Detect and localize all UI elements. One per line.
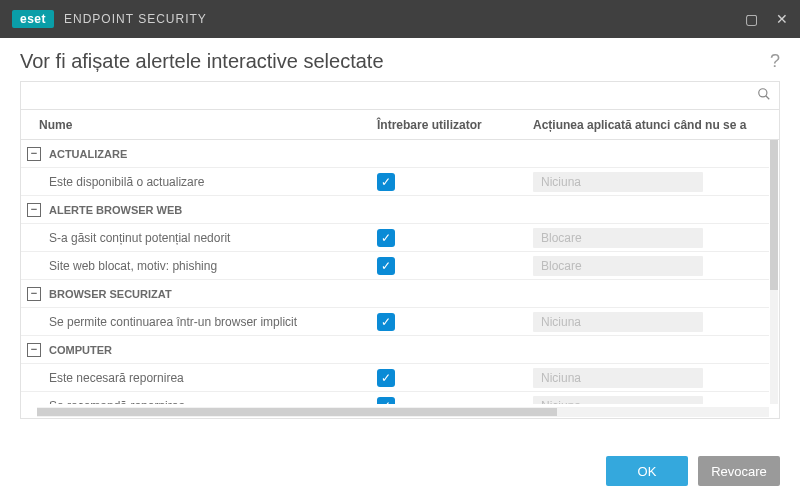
checkbox[interactable]: ✓ xyxy=(377,397,395,405)
collapse-icon[interactable]: − xyxy=(27,203,41,217)
row-ask: ✓ xyxy=(377,257,533,275)
collapse-icon[interactable]: − xyxy=(27,343,41,357)
row-ask: ✓ xyxy=(377,229,533,247)
action-value: Blocare xyxy=(533,228,703,248)
row-action: Niciuna xyxy=(533,396,769,405)
minimize-icon[interactable]: ▢ xyxy=(745,11,758,27)
search-icon[interactable] xyxy=(757,87,771,104)
action-value: Niciuna xyxy=(533,312,703,332)
checkbox[interactable]: ✓ xyxy=(377,229,395,247)
row-ask: ✓ xyxy=(377,397,533,405)
close-icon[interactable]: ✕ xyxy=(776,11,788,27)
search-input[interactable] xyxy=(29,82,757,109)
table-row: Este necesară repornirea ✓ Niciuna xyxy=(21,364,769,392)
col-name: Nume xyxy=(21,110,377,139)
ok-button[interactable]: OK xyxy=(606,456,688,486)
titlebar: eset ENDPOINT SECURITY ▢ ✕ xyxy=(0,0,800,38)
column-headers: Nume Întrebare utilizator Acțiunea aplic… xyxy=(21,110,779,140)
row-action: Niciuna xyxy=(533,312,769,332)
header: Vor fi afișate alertele interactive sele… xyxy=(0,38,800,81)
svg-point-0 xyxy=(759,89,767,97)
window-controls: ▢ ✕ xyxy=(745,11,788,27)
group-header[interactable]: −BROWSER SECURIZAT xyxy=(21,280,769,308)
row-name: Este necesară repornirea xyxy=(21,371,377,385)
group-title: BROWSER SECURIZAT xyxy=(49,288,172,300)
action-value: Niciuna xyxy=(533,396,703,405)
table-row: Se permite continuarea într-un browser i… xyxy=(21,308,769,336)
row-name: Se permite continuarea într-un browser i… xyxy=(21,315,377,329)
row-action: Niciuna xyxy=(533,172,769,192)
row-name: Site web blocat, motiv: phishing xyxy=(21,259,377,273)
row-name: S-a găsit conținut potențial nedorit xyxy=(21,231,377,245)
vertical-scroll-thumb[interactable] xyxy=(770,140,778,290)
group-title: COMPUTER xyxy=(49,344,112,356)
checkbox[interactable]: ✓ xyxy=(377,173,395,191)
checkbox[interactable]: ✓ xyxy=(377,313,395,331)
group-header[interactable]: −ALERTE BROWSER WEB xyxy=(21,196,769,224)
checkbox[interactable]: ✓ xyxy=(377,369,395,387)
collapse-icon[interactable]: − xyxy=(27,147,41,161)
checkbox[interactable]: ✓ xyxy=(377,257,395,275)
collapse-icon[interactable]: − xyxy=(27,287,41,301)
group-header[interactable]: −ACTUALIZARE xyxy=(21,140,769,168)
horizontal-scrollbar[interactable] xyxy=(37,407,769,417)
row-ask: ✓ xyxy=(377,369,533,387)
row-action: Niciuna xyxy=(533,368,769,388)
table-scroll-area: −ACTUALIZARE Este disponibilă o actualiz… xyxy=(21,140,779,418)
page-title: Vor fi afișate alertele interactive sele… xyxy=(20,50,384,73)
row-ask: ✓ xyxy=(377,173,533,191)
action-value: Niciuna xyxy=(533,172,703,192)
table-row: Este disponibilă o actualizare ✓ Niciuna xyxy=(21,168,769,196)
group-title: ALERTE BROWSER WEB xyxy=(49,204,182,216)
group-title: ACTUALIZARE xyxy=(49,148,127,160)
settings-panel: Nume Întrebare utilizator Acțiunea aplic… xyxy=(20,81,780,419)
horizontal-scroll-thumb[interactable] xyxy=(37,408,557,416)
row-action: Blocare xyxy=(533,228,769,248)
col-action: Acțiunea aplicată atunci când nu se a xyxy=(533,110,779,139)
table-row: Site web blocat, motiv: phishing ✓ Bloca… xyxy=(21,252,769,280)
help-icon[interactable]: ? xyxy=(770,51,780,72)
row-action: Blocare xyxy=(533,256,769,276)
cancel-button[interactable]: Revocare xyxy=(698,456,780,486)
row-name: Este disponibilă o actualizare xyxy=(21,175,377,189)
rows-container: −ACTUALIZARE Este disponibilă o actualiz… xyxy=(21,140,769,404)
svg-line-1 xyxy=(766,96,770,100)
row-ask: ✓ xyxy=(377,313,533,331)
row-name: Se recomandă repornirea xyxy=(21,399,377,405)
col-ask: Întrebare utilizator xyxy=(377,110,533,139)
table-row: Se recomandă repornirea ✓ Niciuna xyxy=(21,392,769,404)
group-header[interactable]: −COMPUTER xyxy=(21,336,769,364)
action-value: Blocare xyxy=(533,256,703,276)
brand-logo: eset xyxy=(12,10,54,28)
product-name: ENDPOINT SECURITY xyxy=(64,12,207,26)
vertical-scrollbar[interactable] xyxy=(770,140,778,404)
search-bar xyxy=(21,82,779,110)
action-value: Niciuna xyxy=(533,368,703,388)
table-row: S-a găsit conținut potențial nedorit ✓ B… xyxy=(21,224,769,252)
footer-buttons: OK Revocare xyxy=(606,456,780,486)
